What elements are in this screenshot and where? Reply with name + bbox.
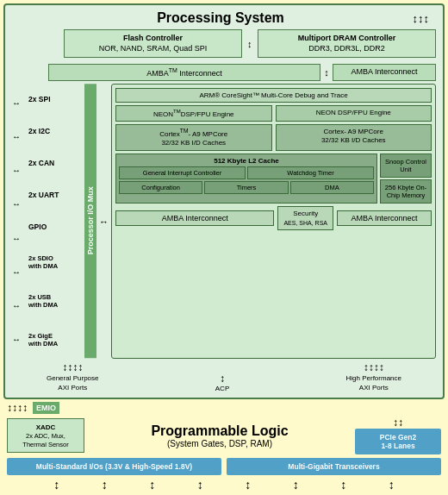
peripheral-usb: 2x USBwith DMA — [28, 293, 82, 309]
pcie-box: PCIe Gen21-8 Lanes — [355, 429, 441, 454]
neon-left-label: NEONTMDSP/FPU Engine — [153, 110, 234, 118]
arm-inner-box: ARM® CoreSight™ Multi-Core Debug and Tra… — [111, 84, 436, 358]
neon-left: NEONTMDSP/FPU Engine — [115, 105, 272, 122]
bottom-amba-right: AMBA Interconnect — [337, 210, 432, 226]
neon-row: NEONTMDSP/FPU Engine NEON DSP/FPU Engine — [115, 105, 432, 122]
dma-label: DMA — [325, 184, 339, 191]
outer-container: Processing System ↕↕↕ Flash Controller N… — [0, 0, 448, 495]
general-purpose-port: ↕↕↕↕ General PurposeAXI Ports — [47, 361, 98, 392]
bottom-arrows-row: ↕ ↕ ↕ ↕ ↕ ↕ ↕ ↕ — [7, 475, 441, 492]
security-label: Security — [283, 210, 327, 218]
peripheral-can: 2x CAN — [28, 159, 82, 167]
main-area: ↔ ↔ ↔ ↔ ↔ ↔ ↔ ↔ 2x SPI 2x I2C 2x CAN — [12, 84, 436, 358]
peripheral-gige-label: 2x GigEwith DMA — [28, 332, 58, 348]
peripheral-gpio-label: GPIO — [28, 222, 47, 231]
general-interrupt-label: General Interrupt Controller — [143, 169, 221, 177]
bottom-arrow-7: ↕ — [340, 478, 346, 492]
gp-label: General PurposeAXI Ports — [47, 374, 98, 392]
controller-arrow: ↕ — [247, 39, 252, 49]
snoop-label: Snoop Control Unit — [383, 158, 428, 173]
cortex-right: Cortex- A9 MPCore32/32 KB I/D Caches — [276, 124, 432, 151]
peripheral-uart: 2x UART — [28, 191, 82, 199]
peripheral-sdio-label: 2x SDIOwith DMA — [28, 254, 58, 270]
xadc-prog-pcie-row: XADC 2x ADC, Mux,Thermal Sensor Programm… — [7, 417, 441, 454]
amba-interconnect-left: AMBATM Interconnect — [48, 64, 320, 81]
bottom-arrow-1: ↕ — [53, 478, 59, 492]
neon-right-label: NEON DSP/FPU Engine — [316, 109, 391, 116]
coresight-box: ARM® CoreSight™ Multi-Core Debug and Tra… — [115, 88, 432, 103]
peripheral-gige: 2x GigEwith DMA — [28, 332, 82, 348]
l2-cache-box: 512 Kbyte L2 Cache General Interrupt Con… — [115, 154, 377, 204]
controllers-row: Flash Controller NOR, NAND, SRAM, Quad S… — [12, 29, 436, 58]
l2-sub-row2: Configuration Timers DMA — [119, 181, 374, 194]
ports-row: ↕↕↕↕ General PurposeAXI Ports ↕ ACP ↕↕↕↕… — [12, 359, 436, 392]
watchdog-label: Watchdog Timer — [287, 169, 333, 177]
peripheral-usb-label: 2x USBwith DMA — [28, 293, 58, 309]
high-perf-port: ↕↕↕↕ High PerformanceAXI Ports — [346, 361, 401, 392]
left-arrow-2: ↔ — [12, 132, 26, 141]
dma-box: DMA — [290, 181, 374, 194]
left-arrow-7: ↔ — [12, 301, 26, 310]
onchip-label: 256 Kbyte On-Chip Memory — [383, 184, 428, 199]
top-right-arrows: ↕↕↕ — [413, 12, 430, 25]
io-arm-arrow: ↔ — [99, 84, 109, 358]
amba-arrow: ↕ — [324, 67, 329, 78]
l2-area: 512 Kbyte L2 Cache General Interrupt Con… — [115, 154, 432, 204]
cortex-left-label: CortexTM- A9 MPCore32/32 KB I/D Caches — [159, 130, 227, 147]
bottom-amba-row: AMBA Interconnect Security AES, SHA, RSA… — [115, 206, 432, 229]
cortex-right-label: Cortex- A9 MPCore32/32 KB I/D Caches — [321, 128, 386, 144]
emio-arrows: ↕↕↕↕ — [7, 402, 28, 414]
io-std-right: Multi-Gigabit Transceivers — [227, 458, 441, 475]
peripheral-gpio: GPIO — [28, 222, 82, 231]
io-std-right-label: Multi-Gigabit Transceivers — [288, 462, 379, 471]
peripheral-spi: 2x SPI — [28, 95, 82, 103]
peripheral-sdio: 2x SDIOwith DMA — [28, 254, 82, 270]
configuration-box: Configuration — [119, 181, 202, 194]
io-standards-row: Multi-Standard I/Os (3.3V & High-Speed 1… — [7, 458, 441, 475]
l2-cache-title: 512 Kbyte L2 Cache — [119, 157, 374, 165]
bottom-arrow-5: ↕ — [245, 478, 251, 492]
amba-interconnect-right: AMBA Interconnect — [333, 64, 436, 81]
prog-logic-title-area: Programmable Logic (System Gates, DSP, R… — [90, 423, 350, 448]
pcie-label: PCIe Gen21-8 Lanes — [380, 433, 417, 450]
amba-top-row: AMBATM Interconnect ↕ AMBA Interconnect — [48, 64, 436, 81]
bottom-amba-left-label: AMBA Interconnect — [162, 214, 228, 222]
timers-label: Timers — [237, 184, 257, 191]
peripheral-i2c: 2x I2C — [28, 127, 82, 135]
neon-right: NEON DSP/FPU Engine — [276, 105, 432, 122]
acp-port: ↕ ACP — [215, 373, 229, 392]
emio-area: ↕↕↕↕ EMIO XADC 2x ADC, Mux,Thermal Senso… — [3, 399, 445, 492]
bottom-arrow-2: ↕ — [102, 478, 108, 492]
snoop-onchip-col: Snoop Control Unit 256 Kbyte On-Chip Mem… — [380, 154, 432, 204]
bottom-arrow-8: ↕ — [389, 478, 395, 492]
io-peripherals: 2x SPI 2x I2C 2x CAN 2x UART GPIO 2x SDI… — [28, 84, 82, 358]
timers-box: Timers — [204, 181, 288, 194]
l2-sub-row1: General Interrupt Controller Watchdog Ti… — [119, 166, 374, 179]
pcie-col: ↕↕ PCIe Gen21-8 Lanes — [355, 417, 441, 454]
cortex-left: CortexTM- A9 MPCore32/32 KB I/D Caches — [115, 124, 272, 151]
coresight-label: ARM® CoreSight™ Multi-Core Debug and Tra… — [199, 91, 347, 99]
left-arrow-8: ↔ — [12, 335, 26, 344]
watchdog-box: Watchdog Timer — [247, 166, 374, 179]
hp-arrows: ↕↕↕↕ — [346, 361, 401, 375]
io-std-left-label: Multi-Standard I/Os (3.3V & High-Speed 1… — [36, 462, 192, 471]
snoop-control-box: Snoop Control Unit — [380, 154, 432, 178]
bottom-arrow-6: ↕ — [293, 478, 299, 492]
emio-label: EMIO — [33, 402, 59, 414]
xadc-subtitle: 2x ADC, Mux,Thermal Sensor — [13, 432, 78, 449]
left-arrows-col: ↔ ↔ ↔ ↔ ↔ ↔ ↔ ↔ — [12, 84, 26, 358]
peripheral-can-label: 2x CAN — [28, 159, 54, 167]
peripheral-uart-label: 2x UART — [28, 191, 59, 199]
prog-logic-subtitle: (System Gates, DSP, RAM) — [90, 439, 350, 448]
configuration-label: Configuration — [141, 184, 180, 191]
left-arrow-1: ↔ — [12, 98, 26, 108]
io-mux-label: Processor I/O Mux — [84, 84, 96, 358]
bottom-arrow-3: ↕ — [149, 478, 155, 492]
emio-row: ↕↕↕↕ EMIO — [7, 402, 441, 414]
gp-arrows: ↕↕↕↕ — [47, 361, 98, 375]
left-arrow-5: ↔ — [12, 234, 26, 243]
bottom-arrow-4: ↕ — [197, 478, 203, 492]
pcie-arrows: ↕↕ — [393, 417, 403, 429]
flash-controller: Flash Controller NOR, NAND, SRAM, Quad S… — [64, 29, 242, 58]
processing-system-title: Processing System — [116, 10, 325, 26]
